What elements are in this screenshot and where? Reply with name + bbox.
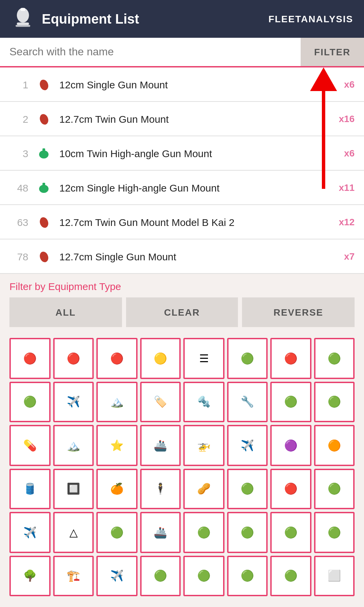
- equipment-type-icon-cell[interactable]: 🏔️: [53, 425, 94, 466]
- header-left: Equipment List: [11, 7, 139, 31]
- eq-type-icon: [35, 179, 53, 196]
- equipment-type-icon-cell[interactable]: 🏷️: [140, 381, 181, 422]
- table-row[interactable]: 2 12.7cm Twin Gun Mount x16: [0, 102, 364, 136]
- equipment-type-icon-cell[interactable]: 🟢: [96, 512, 137, 553]
- svg-rect-7: [42, 148, 45, 153]
- filter-all-button[interactable]: ALL: [9, 297, 122, 327]
- equipment-type-icon-cell[interactable]: 🌳: [9, 555, 50, 596]
- equipment-type-icon-cell[interactable]: 🔴: [53, 338, 94, 379]
- equipment-type-icon-cell[interactable]: 🛢️: [9, 468, 50, 509]
- eq-count: x6: [344, 79, 355, 90]
- svg-point-10: [38, 216, 50, 229]
- eq-count: x12: [339, 216, 355, 227]
- page-title: Equipment List: [42, 11, 139, 27]
- eq-name: 12.7cm Single Gun Mount: [59, 251, 337, 262]
- filter-reverse-button[interactable]: REVERSE: [242, 297, 355, 327]
- equipment-type-icon-cell[interactable]: 🍊: [96, 468, 137, 509]
- svg-point-5: [38, 113, 50, 126]
- eq-name: 12.7cm Twin Gun Mount: [59, 113, 332, 124]
- equipment-type-icon-cell[interactable]: 🚢: [140, 512, 181, 553]
- eq-type-icon: [35, 110, 53, 127]
- equipment-type-icon-cell[interactable]: ⭐: [96, 425, 137, 466]
- equipment-type-icon-cell[interactable]: 🟢: [227, 555, 268, 596]
- equipment-type-icon-cell[interactable]: 🚁: [183, 425, 224, 466]
- equipment-type-icon-cell[interactable]: 🏔️: [96, 381, 137, 422]
- equipment-type-icon-cell[interactable]: 🟢: [140, 555, 181, 596]
- eq-name: 12.7cm Twin Gun Mount Model B Kai 2: [59, 216, 332, 228]
- equipment-type-icon-cell[interactable]: 🟢: [9, 381, 50, 422]
- table-row[interactable]: 3 10cm Twin High-angle Gun Mount x6: [0, 136, 364, 171]
- eq-number: 48: [9, 182, 28, 193]
- eq-number: 2: [9, 113, 28, 124]
- equipment-type-icon-cell[interactable]: ✈️: [96, 555, 137, 596]
- equipment-type-icon-cell[interactable]: 🥜: [183, 468, 224, 509]
- equipment-type-icon-cell[interactable]: 🔴: [9, 338, 50, 379]
- equipment-type-icon-cell[interactable]: ✈️: [53, 381, 94, 422]
- equipment-type-icon-cell[interactable]: 🟣: [270, 425, 311, 466]
- eq-name: 12cm Single Gun Mount: [59, 79, 337, 90]
- equipment-type-icon-cell[interactable]: 🔴: [96, 338, 137, 379]
- equipment-type-icon-cell[interactable]: 🟢: [227, 468, 268, 509]
- eq-count: x11: [339, 182, 355, 193]
- eq-type-icon: [35, 248, 53, 265]
- table-row[interactable]: 48 12cm Single High-angle Gun Mount x11: [0, 171, 364, 205]
- equipment-type-icon-cell[interactable]: 🟡: [140, 338, 181, 379]
- filter-section: Filter by Equipment Type ALLCLEARREVERSE: [0, 274, 364, 338]
- equipment-list: 1 12cm Single Gun Mount x6 2 12.7cm Twin…: [0, 67, 364, 274]
- svg-rect-1: [17, 23, 29, 25]
- eq-number: 3: [9, 147, 28, 159]
- filter-button[interactable]: FILTER: [301, 38, 364, 66]
- equipment-type-icon-cell[interactable]: ✈️: [9, 512, 50, 553]
- equipment-type-icon-cell[interactable]: 🔧: [227, 381, 268, 422]
- table-row[interactable]: 78 12.7cm Single Gun Mount x7: [0, 239, 364, 274]
- equipment-type-icon-cell[interactable]: 🟢: [314, 512, 355, 553]
- equipment-type-icon-cell[interactable]: 🟢: [227, 512, 268, 553]
- equipment-type-icon-cell[interactable]: 🏗️: [53, 555, 94, 596]
- table-row[interactable]: 1 12cm Single Gun Mount x6: [0, 67, 364, 102]
- equipment-type-icon-cell[interactable]: 🟢: [227, 338, 268, 379]
- eq-type-icon: [35, 144, 53, 162]
- eq-name: 10cm Twin High-angle Gun Mount: [59, 147, 337, 159]
- search-input-wrap: [0, 38, 301, 66]
- filter-label: Filter by Equipment Type: [9, 281, 355, 292]
- svg-rect-3: [16, 25, 30, 27]
- svg-rect-9: [42, 183, 45, 187]
- equipment-type-icon-cell[interactable]: 🟢: [270, 381, 311, 422]
- equipment-type-icon-cell[interactable]: ⬜: [314, 555, 355, 596]
- equipment-type-icon-cell[interactable]: 🟢: [314, 338, 355, 379]
- eq-type-icon: [35, 76, 53, 93]
- eq-count: x6: [344, 148, 355, 158]
- equipment-type-icon-cell[interactable]: 🔲: [53, 468, 94, 509]
- table-row[interactable]: 63 12.7cm Twin Gun Mount Model B Kai 2 x…: [0, 205, 364, 239]
- eq-number: 78: [9, 251, 28, 262]
- equipment-type-icon-cell[interactable]: 🟢: [314, 468, 355, 509]
- equipment-type-icon-cell[interactable]: 🟢: [270, 512, 311, 553]
- eq-type-icon: [35, 213, 53, 231]
- eq-count: x16: [339, 113, 355, 124]
- equipment-type-icon-cell[interactable]: ✈️: [227, 425, 268, 466]
- equipment-type-icon-cell[interactable]: 🟢: [270, 555, 311, 596]
- search-input[interactable]: [9, 46, 291, 58]
- filter-clear-button[interactable]: CLEAR: [126, 297, 238, 327]
- equipment-type-icon-cell[interactable]: △: [53, 512, 94, 553]
- equipment-type-icon-cell[interactable]: 🕴️: [140, 468, 181, 509]
- equipment-list-container: 1 12cm Single Gun Mount x6 2 12.7cm Twin…: [0, 67, 364, 274]
- svg-rect-2: [21, 8, 25, 11]
- equipment-type-icon-cell[interactable]: 🟢: [183, 555, 224, 596]
- equipment-type-icon-cell[interactable]: ☰: [183, 338, 224, 379]
- equipment-type-grid: 🔴🔴🔴🟡☰🟢🔴🟢🟢✈️🏔️🏷️🔩🔧🟢🟢💊🏔️⭐🚢🚁✈️🟣🟠🛢️🔲🍊🕴️🥜🟢🔴🟢✈…: [0, 338, 364, 603]
- eq-number: 1: [9, 79, 28, 90]
- equipment-type-icon-cell[interactable]: 🔴: [270, 338, 311, 379]
- equipment-type-icon-cell[interactable]: 🚢: [140, 425, 181, 466]
- eq-name: 12cm Single High-angle Gun Mount: [59, 182, 332, 193]
- equipment-type-icon-cell[interactable]: 💊: [9, 425, 50, 466]
- equipment-type-icon-cell[interactable]: 🟢: [183, 512, 224, 553]
- app-header: Equipment List FLEETANALYSIS: [0, 0, 364, 38]
- eq-number: 63: [9, 216, 28, 228]
- equipment-type-icon-cell[interactable]: 🔴: [270, 468, 311, 509]
- equipment-type-icon-cell[interactable]: 🔩: [183, 381, 224, 422]
- equipment-type-icon-cell[interactable]: 🟠: [314, 425, 355, 466]
- equipment-type-icon-cell[interactable]: 🟢: [314, 381, 355, 422]
- filter-action-buttons: ALLCLEARREVERSE: [9, 297, 355, 327]
- search-bar: FILTER: [0, 38, 364, 67]
